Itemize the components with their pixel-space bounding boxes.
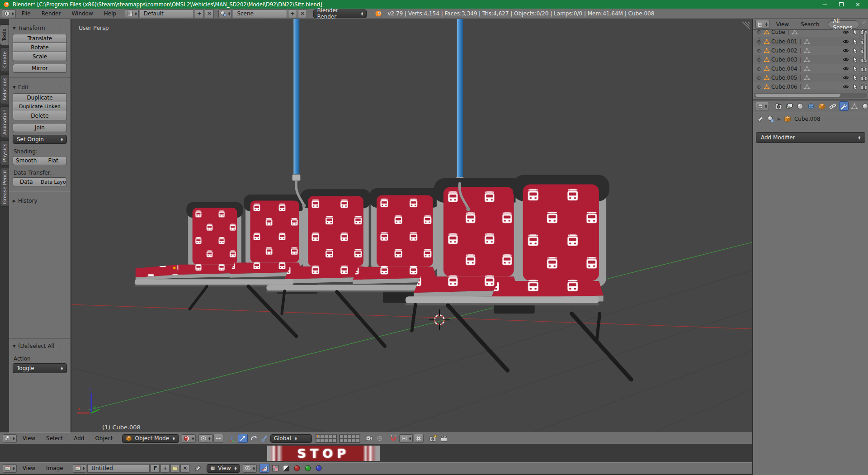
expand-icon[interactable]: ⊕ (757, 84, 762, 90)
menu-object[interactable]: Object (90, 435, 118, 442)
tab-grease-pencil[interactable]: Grease Pencil (0, 168, 9, 207)
editor-type-info-dropdown[interactable]: ▲▼ (2, 10, 16, 18)
add-scene-button[interactable]: + (288, 10, 297, 18)
renderability-toggle[interactable] (859, 82, 868, 90)
tab-object[interactable] (817, 101, 827, 111)
3d-scene[interactable]: x y z User Persp (1) Cube.008 (71, 19, 752, 432)
tab-modifiers[interactable] (839, 101, 849, 111)
pin-image-button[interactable] (193, 464, 203, 473)
tab-render-layers[interactable] (785, 101, 794, 111)
new-image-button[interactable]: + (160, 464, 170, 473)
pivot-point-dropdown[interactable]: ▲▼ (198, 434, 212, 443)
expand-icon[interactable]: ⊕ (757, 57, 762, 63)
fake-user-button[interactable]: F (151, 464, 160, 473)
drag-handle-icon[interactable]: ⋮⋮ (59, 26, 67, 30)
scene-icon-button[interactable]: ▲▼ (218, 10, 232, 18)
visibility-toggle[interactable] (841, 30, 850, 37)
snap-target-button[interactable] (414, 434, 424, 443)
mode-dropdown[interactable]: Object Mode ▲▼ (122, 434, 179, 443)
expand-icon[interactable]: ⊕ (757, 66, 762, 72)
expand-icon[interactable]: ⊕ (757, 39, 762, 45)
image-pivot-dropdown[interactable]: ▲▼ (243, 464, 257, 473)
selectability-toggle[interactable] (850, 30, 859, 37)
outliner-row[interactable]: ⊕ Cube.002 | (753, 46, 868, 55)
outliner-horizontal-scrollbar[interactable] (755, 93, 841, 97)
snap-toggle-button[interactable] (388, 434, 398, 443)
tab-constraints[interactable] (828, 101, 838, 111)
tiled-display-button[interactable] (270, 464, 280, 473)
deselect-panel-header[interactable]: ▼ (De)select All ⋮⋮ (13, 343, 67, 349)
image-mode-dropdown[interactable]: View ▲▼ (207, 464, 240, 473)
history-panel-header[interactable]: ▶ History ⋮⋮ (13, 198, 67, 204)
transform-panel-header[interactable]: ▼ Transform ⋮⋮ (13, 25, 67, 31)
visibility-toggle[interactable] (841, 37, 850, 46)
menu-window[interactable]: Window (66, 10, 98, 17)
outliner-row[interactable]: ⊕ Cube.005 | (753, 73, 868, 82)
selectability-toggle[interactable] (850, 82, 859, 90)
visibility-toggle[interactable] (841, 64, 850, 73)
rotate-button[interactable]: Rotate (13, 43, 67, 52)
image-paint-button[interactable] (259, 464, 269, 473)
selectability-toggle[interactable] (850, 64, 859, 73)
menu-image[interactable]: Image (41, 465, 68, 471)
selectability-toggle[interactable] (850, 46, 859, 55)
outliner-display-mode-dropdown[interactable]: All Scenes (828, 20, 859, 28)
red-channel-button[interactable] (292, 464, 302, 473)
tab-scene[interactable] (796, 101, 805, 111)
blue-channel-button[interactable] (314, 464, 324, 473)
outliner-row[interactable]: ⊕ Cube.004 | (753, 64, 868, 73)
alpha-display-button[interactable] (281, 464, 291, 473)
scale-manipulator-button[interactable] (259, 434, 269, 443)
screen-layout-name-field[interactable]: Default (140, 10, 194, 18)
layer-group-1[interactable] (316, 434, 337, 443)
image-datablock-icon-button[interactable]: ▲▼ (73, 464, 87, 473)
layer-group-2[interactable] (339, 434, 360, 443)
selectability-toggle[interactable] (850, 37, 859, 46)
opengl-render-button[interactable] (428, 434, 438, 443)
outliner-row[interactable]: ⊕ Cube | (753, 30, 868, 37)
region-resize-grip[interactable] (861, 21, 866, 27)
translate-button[interactable]: Translate (13, 34, 67, 43)
duplicate-button[interactable]: Duplicate (13, 93, 67, 102)
tab-physics[interactable]: Physics (0, 140, 9, 166)
tab-tools[interactable]: Tools (0, 24, 9, 45)
object-name[interactable]: Cube.001 (771, 38, 797, 45)
object-name[interactable]: Cube.004 (771, 66, 797, 72)
selectability-toggle[interactable] (850, 55, 859, 64)
editor-type-image-dropdown[interactable]: ▲▼ (3, 464, 17, 473)
tab-world[interactable] (807, 101, 816, 111)
opengl-animation-button[interactable] (439, 434, 449, 443)
delete-scene-button[interactable]: ✕ (298, 10, 307, 18)
visibility-toggle[interactable] (841, 82, 850, 90)
data-button[interactable]: Data (13, 177, 40, 186)
add-modifier-dropdown[interactable]: Add Modifier ▲▼ (756, 132, 865, 143)
screen-layout-icon-button[interactable]: ▲▼ (125, 10, 139, 18)
render-engine-dropdown[interactable]: Blender Render ▲▼ (313, 10, 367, 18)
scene-name-field[interactable]: Scene (233, 10, 287, 18)
menu-help[interactable]: Help (99, 10, 121, 17)
menu-search[interactable]: Search (796, 21, 824, 28)
tab-relations[interactable]: Relations (0, 74, 9, 104)
action-dropdown[interactable]: Toggle ▲▼ (13, 363, 67, 373)
menu-view[interactable]: View (18, 465, 40, 471)
expand-icon[interactable]: ⊕ (757, 30, 762, 35)
editor-type-3d-dropdown[interactable]: ▲▼ (3, 434, 17, 443)
flat-button[interactable]: Flat (40, 156, 67, 165)
scale-button[interactable]: Scale (13, 52, 67, 61)
render-border-button[interactable] (375, 434, 385, 443)
tab-animation[interactable]: Animation (0, 106, 9, 138)
duplicate-linked-button[interactable]: Duplicate Linked (13, 102, 67, 111)
menu-view[interactable]: View (18, 435, 40, 442)
3d-viewport[interactable]: x y z User Persp (1) Cube.008 (71, 19, 752, 432)
green-channel-button[interactable] (303, 464, 313, 473)
maximize-button[interactable] (839, 2, 844, 6)
menu-file[interactable]: File (17, 10, 36, 17)
delete-layout-button[interactable]: ✕ (205, 10, 214, 18)
outliner-row[interactable]: ⊕ Cube.003 | (753, 55, 868, 64)
mirror-button[interactable]: Mirror (13, 64, 67, 73)
smooth-button[interactable]: Smooth (13, 156, 40, 165)
transform-orientation-dropdown[interactable]: Global ▲▼ (270, 434, 312, 443)
lock-to-scene-button[interactable] (364, 434, 374, 443)
minimize-button[interactable]: — (822, 2, 827, 7)
renderability-toggle[interactable] (859, 73, 868, 82)
